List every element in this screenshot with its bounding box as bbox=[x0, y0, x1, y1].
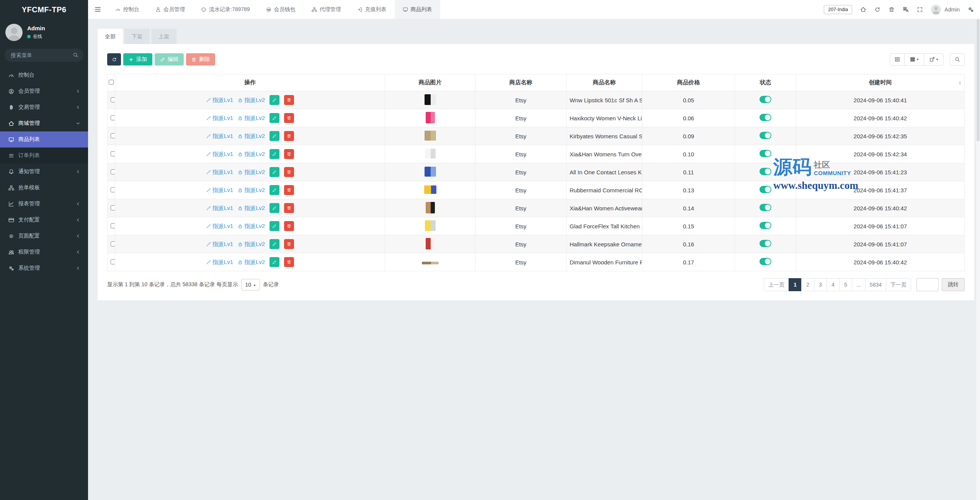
row-delete-button[interactable] bbox=[284, 167, 294, 177]
assign-lv1-link[interactable]: 指派Lv1 bbox=[206, 259, 233, 266]
menu-search-input[interactable] bbox=[5, 49, 83, 62]
row-delete-button[interactable] bbox=[284, 185, 294, 195]
settings-button[interactable] bbox=[968, 7, 974, 13]
sidebar-item-7[interactable]: 通知管理 bbox=[0, 164, 88, 180]
topnav-tab-1[interactable]: 控制台 bbox=[107, 0, 147, 19]
assign-lv1-link[interactable]: 指派Lv1 bbox=[206, 169, 233, 176]
assign-lv2-link[interactable]: 指派Lv2 bbox=[238, 151, 265, 158]
row-delete-button[interactable] bbox=[284, 203, 294, 213]
edit-button[interactable]: 编辑 bbox=[155, 53, 184, 66]
assign-lv2-link[interactable]: 指派Lv2 bbox=[238, 169, 265, 176]
status-toggle[interactable] bbox=[760, 96, 771, 103]
pagination-page-5[interactable]: 5 bbox=[839, 278, 852, 291]
sidebar-toggle-button[interactable] bbox=[88, 0, 107, 19]
status-toggle[interactable] bbox=[760, 132, 771, 139]
column-header-4[interactable]: 商品名称 bbox=[567, 74, 642, 91]
row-checkbox[interactable] bbox=[111, 115, 115, 120]
topnav-tab-3[interactable]: 流水记录:789789 bbox=[193, 0, 258, 19]
row-edit-button[interactable] bbox=[270, 221, 279, 231]
row-checkbox[interactable] bbox=[111, 259, 115, 264]
pagination-next[interactable]: 下一页 bbox=[886, 278, 911, 291]
sidebar-item-12[interactable]: 权限管理 bbox=[0, 244, 88, 260]
assign-lv1-link[interactable]: 指派Lv1 bbox=[206, 133, 233, 140]
assign-lv1-link[interactable]: 指派Lv1 bbox=[206, 223, 233, 230]
sidebar-item-10[interactable]: 支付配置 bbox=[0, 212, 88, 228]
assign-lv2-link[interactable]: 指派Lv2 bbox=[238, 115, 265, 122]
page-jump-input[interactable] bbox=[916, 278, 939, 291]
row-edit-button[interactable] bbox=[270, 131, 279, 141]
row-checkbox[interactable] bbox=[111, 169, 115, 174]
filter-tab-2[interactable]: 下架 bbox=[124, 29, 150, 44]
assign-lv1-link[interactable]: 指派Lv1 bbox=[206, 115, 233, 122]
row-delete-button[interactable] bbox=[284, 149, 294, 159]
topnav-tab-6[interactable]: 充值列表 bbox=[349, 0, 395, 19]
sidebar-item-4[interactable]: 商城管理 bbox=[0, 115, 88, 131]
column-header-6[interactable]: 状态 bbox=[735, 74, 796, 91]
columns-button[interactable]: ▾ bbox=[904, 53, 924, 66]
sidebar-item-3[interactable]: 交易管理 bbox=[0, 99, 88, 115]
assign-lv1-link[interactable]: 指派Lv1 bbox=[206, 187, 233, 194]
row-delete-button[interactable] bbox=[284, 239, 294, 249]
region-select[interactable]: 207-India bbox=[824, 5, 852, 14]
row-delete-button[interactable] bbox=[284, 257, 294, 267]
sidebar-item-6[interactable]: 订单列表 bbox=[0, 148, 88, 164]
row-checkbox[interactable] bbox=[111, 151, 115, 156]
assign-lv2-link[interactable]: 指派Lv2 bbox=[238, 259, 265, 266]
sidebar-item-1[interactable]: 控制台 bbox=[0, 67, 88, 83]
detail-view-button[interactable] bbox=[890, 53, 905, 66]
row-delete-button[interactable] bbox=[284, 113, 294, 123]
expand-button[interactable] bbox=[917, 7, 923, 13]
row-checkbox[interactable] bbox=[111, 97, 115, 102]
add-button[interactable]: 添加 bbox=[123, 53, 152, 66]
assign-lv2-link[interactable]: 指派Lv2 bbox=[238, 205, 265, 212]
topnav-tab-7[interactable]: 商品列表 bbox=[395, 0, 440, 19]
pagination-page-3[interactable]: 3 bbox=[814, 278, 827, 291]
status-toggle[interactable] bbox=[760, 114, 771, 121]
sidebar-item-5[interactable]: 商品列表 bbox=[0, 131, 88, 148]
topnav-user[interactable]: Admin bbox=[931, 5, 960, 15]
pagination-page-2[interactable]: 2 bbox=[801, 278, 814, 291]
row-delete-button[interactable] bbox=[284, 131, 294, 141]
row-edit-button[interactable] bbox=[270, 167, 279, 177]
refresh-button[interactable] bbox=[874, 7, 880, 13]
search-toggle-button[interactable] bbox=[950, 53, 965, 66]
column-header-3[interactable]: 商店名称 bbox=[475, 74, 567, 91]
filter-tab-3[interactable]: 上架 bbox=[151, 29, 176, 44]
row-checkbox[interactable] bbox=[111, 241, 115, 246]
sidebar-item-2[interactable]: 会员管理 bbox=[0, 83, 88, 99]
refresh-button[interactable] bbox=[107, 53, 121, 66]
page-size-select[interactable]: 10▴ bbox=[241, 279, 260, 290]
pagination-prev[interactable]: 上一页 bbox=[764, 278, 789, 291]
row-delete-button[interactable] bbox=[284, 95, 294, 105]
select-all-checkbox[interactable] bbox=[109, 80, 114, 85]
row-checkbox[interactable] bbox=[111, 205, 115, 210]
status-toggle[interactable] bbox=[760, 186, 771, 193]
status-toggle[interactable] bbox=[760, 150, 771, 157]
assign-lv2-link[interactable]: 指派Lv2 bbox=[238, 97, 265, 104]
export-button[interactable]: ▾ bbox=[924, 53, 944, 66]
trash-button[interactable] bbox=[889, 7, 895, 13]
row-edit-button[interactable] bbox=[270, 203, 279, 213]
filter-tab-1[interactable]: 全部 bbox=[98, 29, 123, 44]
page-jump-button[interactable]: 跳转 bbox=[942, 278, 965, 291]
row-checkbox[interactable] bbox=[111, 133, 115, 138]
sidebar-item-13[interactable]: 系统管理 bbox=[0, 260, 88, 276]
row-edit-button[interactable] bbox=[270, 239, 279, 249]
topnav-tab-5[interactable]: 代理管理 bbox=[304, 0, 349, 19]
column-header-1[interactable]: 操作 bbox=[115, 74, 385, 91]
row-edit-button[interactable] bbox=[270, 113, 279, 123]
scrollbar-thumb[interactable] bbox=[977, 19, 980, 141]
row-edit-button[interactable] bbox=[270, 185, 279, 195]
row-checkbox[interactable] bbox=[111, 187, 115, 192]
home-button[interactable] bbox=[860, 7, 866, 13]
column-header-5[interactable]: 商品价格 bbox=[642, 74, 735, 91]
row-edit-button[interactable] bbox=[270, 257, 279, 267]
sidebar-item-9[interactable]: 报表管理 bbox=[0, 196, 88, 212]
assign-lv2-link[interactable]: 指派Lv2 bbox=[238, 223, 265, 230]
status-toggle[interactable] bbox=[760, 204, 771, 211]
status-toggle[interactable] bbox=[760, 222, 771, 229]
status-toggle[interactable] bbox=[760, 240, 771, 247]
delete-button[interactable]: 删除 bbox=[186, 53, 215, 66]
sidebar-item-11[interactable]: 页面配置 bbox=[0, 228, 88, 244]
column-header-7[interactable]: 创建时间▴▾ bbox=[796, 74, 965, 91]
